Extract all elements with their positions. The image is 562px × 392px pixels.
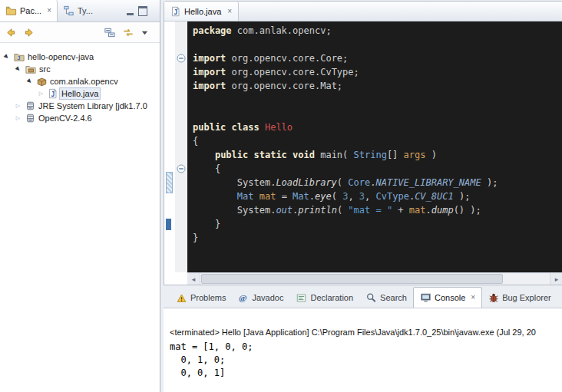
code-area[interactable]: package com.anlak.opencv; import org.ope…: [187, 21, 562, 272]
collapse-arrow-icon[interactable]: ▶: [13, 64, 23, 74]
expand-arrow-icon[interactable]: ▷: [37, 91, 45, 97]
fold-collapse-icon[interactable]: [177, 164, 186, 173]
svg-text:@: @: [239, 293, 247, 302]
minimize-icon[interactable]: [127, 7, 134, 15]
tree-item-label: src: [39, 64, 51, 74]
code-token: main(: [315, 150, 354, 160]
fold-bar: [175, 21, 187, 272]
bottom-tab-bar: Problems@JavadocDeclarationSearchConsole…: [164, 287, 562, 308]
code-line[interactable]: {: [193, 134, 562, 148]
code-line[interactable]: {: [193, 162, 562, 176]
package-icon: [36, 76, 48, 87]
code-token: +: [392, 205, 409, 216]
back-arrow-icon[interactable]: [5, 27, 17, 38]
maximize-icon[interactable]: [138, 6, 147, 16]
code-token: "mat = ": [348, 205, 392, 216]
bottom-tab-console[interactable]: Console×: [413, 287, 482, 308]
bottom-tab-label: Search: [380, 293, 407, 302]
editor-body: package com.anlak.opencv; import org.ope…: [164, 21, 562, 272]
code-token: dump: [431, 205, 454, 216]
console-line: mat = [1, 0, 0;: [170, 341, 562, 354]
expand-arrow-icon[interactable]: ▷: [14, 103, 22, 109]
code-token: package: [193, 25, 232, 36]
library-icon: [25, 113, 36, 124]
tree-item-hello-opencv-java[interactable]: ▶Jhello-opencv-java: [0, 51, 160, 63]
tree-item-jre-system-library-jdk1-7-0[interactable]: ▷JRE System Library [jdk1.7.0: [0, 100, 160, 112]
expand-arrow-icon[interactable]: ▷: [14, 115, 22, 121]
tree-item-label: OpenCV-2.4.6: [38, 114, 92, 123]
code-line[interactable]: System.out.println( "mat = " + mat.dump(…: [193, 203, 562, 217]
occurrence-marker: [166, 219, 171, 230]
code-token: args: [404, 150, 426, 160]
close-icon[interactable]: ×: [471, 294, 475, 301]
code-line[interactable]: import org.opencv.core.Mat;: [193, 79, 562, 93]
code-token: Hello: [265, 122, 293, 133]
fold-collapse-icon[interactable]: [177, 54, 186, 63]
code-token: }: [193, 219, 220, 229]
link-with-editor-icon[interactable]: [122, 27, 134, 38]
forward-arrow-icon[interactable]: [23, 27, 35, 38]
collapse-arrow-icon[interactable]: ▶: [25, 76, 35, 86]
code-token: {: [193, 163, 220, 174]
code-line[interactable]: System.LoadLibrary( Core.NATIVE_LIBRARY_…: [193, 176, 562, 189]
code-line[interactable]: package com.anlak.opencv;: [193, 24, 562, 38]
code-line[interactable]: }: [193, 231, 562, 245]
code-line[interactable]: Mat mat = Mat.eye( 3, 3, CvType.CV_8UC1 …: [193, 189, 562, 203]
editor-tab-hello-java[interactable]: J Hello.java ×: [164, 2, 239, 21]
code-line[interactable]: import org.opencv.core.CvType;: [193, 65, 562, 79]
bottom-tab-javadoc[interactable]: @Javadoc: [232, 288, 289, 308]
view-tab-label: Pac...: [20, 6, 41, 15]
code-token: Mat: [237, 191, 254, 202]
code-token: );: [454, 191, 471, 202]
scrollbar-thumb[interactable]: [201, 274, 503, 284]
problems-icon: [176, 293, 187, 303]
scroll-left-icon[interactable]: ◂: [187, 273, 200, 285]
code-token: String: [354, 150, 387, 160]
view-tabs: Pac...×Ty...: [0, 0, 98, 21]
scroll-right-icon[interactable]: ▸: [550, 273, 562, 285]
java-file-icon: J: [170, 6, 180, 17]
code-line[interactable]: public class Hello: [193, 120, 562, 134]
view-menu-icon[interactable]: [140, 28, 149, 37]
collapse-all-icon[interactable]: [104, 27, 116, 38]
declaration-icon: [296, 293, 307, 303]
bottom-tab-bug-explorer[interactable]: Bug Explorer: [482, 288, 557, 308]
code-token: org.opencv.core.Mat;: [226, 81, 342, 91]
bottom-tab-search[interactable]: Search: [359, 288, 413, 308]
java-file-icon: J: [48, 88, 58, 99]
close-icon[interactable]: ×: [227, 8, 232, 15]
tree-item-com-anlak-opencv[interactable]: ▶com.anlak.opencv: [0, 75, 160, 87]
code-line[interactable]: [193, 93, 562, 107]
code-token: println: [298, 205, 337, 216]
bottom-tab-label: Declaration: [310, 293, 353, 302]
code-line[interactable]: [193, 38, 562, 51]
tree-item-opencv-2-4-6[interactable]: ▷OpenCV-2.4.6: [0, 112, 160, 124]
code-token: System.: [193, 205, 276, 216]
code-token: org.opencv.core.Core;: [226, 53, 348, 64]
view-tab-bar: Pac...×Ty...: [0, 0, 160, 22]
tree-item-label: Hello.java: [60, 88, 100, 99]
code-token: CvType: [376, 191, 409, 202]
bottom-tab-label: Javadoc: [252, 293, 283, 302]
view-tab-ty[interactable]: Ty...: [58, 0, 98, 21]
bottom-tab-problems[interactable]: Problems: [170, 288, 232, 308]
code-token: mat: [409, 205, 426, 216]
code-line[interactable]: [193, 107, 562, 120]
code-line[interactable]: public static void main( String[] args ): [193, 148, 562, 162]
bottom-tab-bug[interactable]: Bug: [557, 288, 562, 308]
horizontal-scrollbar[interactable]: ◂ ▸: [187, 272, 562, 285]
tree-item-label: com.anlak.opencv: [50, 77, 118, 86]
bottom-tab-declaration[interactable]: Declaration: [289, 288, 359, 308]
tree-item-hello-java[interactable]: ▷JHello.java: [0, 87, 160, 100]
view-tab-pac[interactable]: Pac...×: [0, 0, 58, 21]
code-line[interactable]: }: [193, 217, 562, 231]
collapse-arrow-icon[interactable]: ▶: [2, 51, 12, 61]
code-token: org.opencv.core.CvType;: [226, 67, 359, 77]
code-line[interactable]: import org.opencv.core.Core;: [193, 51, 562, 65]
code-token: () );: [454, 205, 481, 216]
close-icon[interactable]: ×: [47, 7, 51, 15]
scrollbar-track[interactable]: [200, 273, 550, 285]
code-token: =: [276, 191, 293, 202]
code-token: 3: [359, 191, 365, 202]
tree-item-src[interactable]: ▶src: [0, 63, 160, 75]
